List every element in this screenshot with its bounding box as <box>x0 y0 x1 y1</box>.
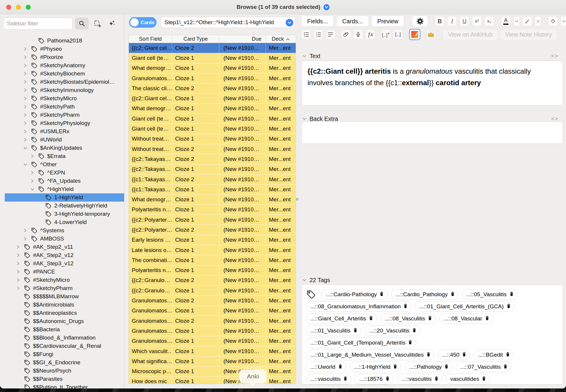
chevron-right-icon[interactable] <box>30 171 38 175</box>
table-row[interactable]: The combinati…Cloze 1(New #1910…Mer...en… <box>129 255 296 265</box>
sidebar-item--neuro-psych[interactable]: $$Neuro/Psych <box>0 367 124 375</box>
tag-pill[interactable]: ...::07_Vasculitis <box>456 362 511 372</box>
equation-button[interactable]: ƒx <box>365 29 375 39</box>
ankihub-crown-button[interactable] <box>425 29 437 40</box>
delete-tag-icon[interactable] <box>462 352 466 358</box>
view-on-ankihub-button[interactable]: View on AnkiHub <box>443 29 498 40</box>
sidebar-item--ak-step2-v11[interactable]: #AK_Step2_v11 <box>0 243 124 251</box>
sidebar-item--fa-updates[interactable]: ^FA_Updates <box>0 177 124 185</box>
table-row[interactable]: Without treat…Cloze 1(New #1910…Mer...en… <box>129 134 296 144</box>
sidebar-item--sketchypharm[interactable]: #SketchyPharm <box>0 111 124 119</box>
tag-pill[interactable]: ...::Giant_Cell_Arteritis <box>306 313 377 324</box>
tag-pill[interactable]: ...::vasculitis <box>397 374 442 384</box>
column-header-sort-field[interactable]: Sort Field <box>129 35 172 43</box>
highlight-color-button[interactable] <box>522 16 532 26</box>
sidebar-item--pance[interactable]: #PANCE <box>0 268 124 276</box>
chevron-right-icon[interactable] <box>23 88 31 92</box>
table-row[interactable]: Polyarteritis n…Cloze 1(New #1910…Mer...… <box>129 205 296 215</box>
sidebar-item--sketchybiochem[interactable]: #SketchyBiochem <box>0 70 124 78</box>
table-row[interactable]: {{c2::Granulo…Cloze 1(New #1910…Mer...en… <box>129 286 296 296</box>
tags-area[interactable]: ...::Cardio-Pathology...::Cardio_Patholo… <box>301 284 563 385</box>
tag-pill[interactable]: ...::01_Large_&_Medium_Vessel_Vasculitid… <box>306 350 435 360</box>
chevron-right-icon[interactable] <box>30 179 38 183</box>
chevron-right-icon[interactable] <box>16 286 24 290</box>
sidebar-item--sketchymicro[interactable]: #SketchyMicro <box>0 276 124 284</box>
chevron-right-icon[interactable] <box>23 47 31 51</box>
sidebar-item-pathoma2018[interactable]: Pathoma2018 <box>0 37 124 45</box>
chevron-right-icon[interactable] <box>23 96 31 101</box>
table-row[interactable]: Granulomatos…Cloze 2(New #1910…Mer...ent <box>129 296 296 306</box>
table-row[interactable]: Granulomatos…Cloze 2(New #1910…Mer...ent <box>129 316 296 326</box>
sidebar-item-amboss[interactable]: AMBOSS <box>0 235 124 243</box>
delete-tag-icon[interactable] <box>338 364 343 370</box>
sidebar-item-1-highyield[interactable]: 1-HighYield <box>0 193 124 202</box>
selection-mode-button[interactable] <box>91 18 103 29</box>
sidebar-item--sketchybiostats-epidemiol-[interactable]: #SketchyBiostats/Epidemiol… <box>0 78 124 86</box>
editor-settings-button[interactable] <box>412 16 428 27</box>
sidebar-item--blood-inflammation[interactable]: $$Blood_&_Inflammation <box>0 334 124 342</box>
table-row[interactable]: Giant cell (te…Cloze 1(New #1910…Mer...e… <box>129 114 296 124</box>
delete-tag-icon[interactable] <box>506 303 511 310</box>
tag-pill[interactable]: ...::Cardio_Pathology <box>391 289 458 300</box>
search-input[interactable] <box>161 17 295 28</box>
table-row[interactable]: What demogr…Cloze 1(New #1910…Mer...ent <box>129 104 296 114</box>
text-field-header[interactable]: Text <box>302 53 320 60</box>
bullet-list-button[interactable] <box>301 29 311 39</box>
tag-pill[interactable]: ...::08_Granulomatous_Inflammation <box>306 301 412 312</box>
table-row[interactable]: Granulomatos…Cloze 1(New #1910…Mer...ent <box>129 326 296 336</box>
sidebar-item--expn[interactable]: ^EXPN <box>0 169 124 177</box>
sidebar-item-2-relativelyhighyield[interactable]: 2-RelativelyHighYield <box>0 202 124 210</box>
sidebar-item--ak-step3-v12[interactable]: #AK_Step3_v12 <box>0 259 124 268</box>
sidebar-item--parasites[interactable]: $$Parasites <box>0 375 124 383</box>
table-row[interactable]: What demogr…Cloze 1(New #1910…Mer...ent <box>129 195 296 205</box>
delete-tag-icon[interactable] <box>408 340 412 346</box>
table-row[interactable]: Granulomatos…Cloze 1(New #1910…Mer...ent <box>129 73 296 83</box>
html-editor-icon[interactable]: <> <box>551 53 558 59</box>
sidebar-item--usmlerx[interactable]: #USMLERx <box>0 127 124 136</box>
table-row[interactable]: Granulomatos…Cloze 1(New #1910…Mer...ent <box>129 336 296 346</box>
record-audio-button[interactable] <box>353 29 363 39</box>
chevron-right-icon[interactable] <box>23 138 31 142</box>
delete-tag-icon[interactable] <box>434 376 439 383</box>
tag-pill[interactable]: ...::20_Vasculitis <box>365 325 420 336</box>
table-row[interactable]: {{c2::Takayas…Cloze 2(New #1910…Mer...en… <box>129 154 296 164</box>
chevron-right-icon[interactable] <box>16 253 24 257</box>
fields-button[interactable]: Fields... <box>301 16 334 27</box>
chevron-right-icon[interactable] <box>23 121 31 125</box>
column-header-card-type[interactable]: Card Type <box>172 35 219 43</box>
table-row[interactable]: What significa…Cloze 1(New #1910…Mer...e… <box>129 356 296 366</box>
table-row[interactable]: {{c2::Giant cel…Cloze 2(New #1910…Mer...… <box>129 43 296 53</box>
table-row[interactable]: {{c1::Takayas…Cloze 2(New #1910…Mer...en… <box>129 174 296 185</box>
tags-header[interactable]: 22 Tags <box>302 277 330 284</box>
tag-pill[interactable]: ...::01_Vasculitis <box>306 325 361 336</box>
chevron-right-icon[interactable] <box>16 245 24 249</box>
chevron-right-icon[interactable] <box>30 154 38 158</box>
bold-button[interactable]: B <box>435 16 445 26</box>
table-row[interactable]: The classic cli…Cloze 2(New #1910…Mer...… <box>129 83 296 93</box>
table-row[interactable]: {{c1::Takayas…Cloze 1(New #1910…Mer...en… <box>129 185 296 195</box>
table-row[interactable]: Without treat…Cloze 2(New #1910…Mer...en… <box>129 144 296 154</box>
text-color-chevron-icon[interactable] <box>513 16 520 26</box>
tag-pill[interactable]: ...::08_Vasculitis <box>380 313 436 324</box>
column-header-due[interactable]: Due <box>219 35 266 43</box>
tag-pill[interactable]: ...::1-HighYield <box>350 362 402 372</box>
cloze-same-button[interactable]: [..] <box>393 29 403 39</box>
table-row[interactable]: How does micCloze 1(New #1910…Mer...ent <box>129 377 296 384</box>
numbered-list-button[interactable]: 123 <box>313 29 323 39</box>
indent-align-button[interactable] <box>325 29 335 39</box>
delete-tag-icon[interactable] <box>428 315 432 322</box>
chevron-down-icon[interactable] <box>23 163 31 167</box>
delete-tag-icon[interactable] <box>379 291 384 298</box>
preview-button[interactable]: Preview <box>371 16 404 27</box>
table-row[interactable]: Microscopic p…Cloze 1(New #1910…Mer...en… <box>129 367 296 377</box>
sidebar-item--sketchypath[interactable]: #SketchyPath <box>0 103 124 111</box>
chevron-down-icon[interactable] <box>23 146 31 150</box>
attach-file-button[interactable] <box>341 29 351 39</box>
tag-pill[interactable]: ...::18576 <box>355 374 393 384</box>
view-note-history-button[interactable]: View Note History <box>500 29 557 40</box>
table-row[interactable]: Giant cell (te…Cloze 1(New #1910…Mer...e… <box>129 53 296 63</box>
delete-tag-icon[interactable] <box>426 352 431 358</box>
chevron-right-icon[interactable] <box>23 228 31 233</box>
subscript-button[interactable]: x₂ <box>484 16 494 26</box>
chevron-right-icon[interactable] <box>23 105 31 109</box>
